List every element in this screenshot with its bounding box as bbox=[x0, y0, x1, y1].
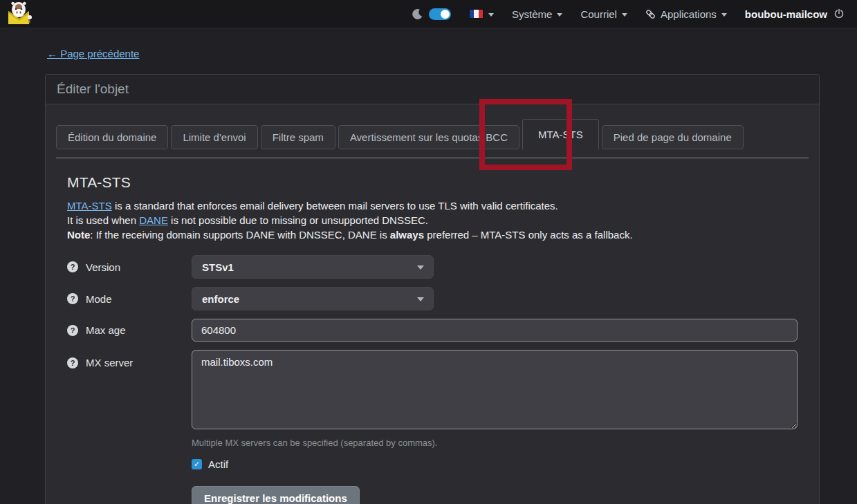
mode-row: ? Mode enforce bbox=[67, 287, 798, 310]
max-age-row: ? Max age bbox=[67, 319, 798, 342]
mode-label: Mode bbox=[86, 293, 112, 305]
version-select[interactable]: STSv1 bbox=[192, 255, 434, 279]
active-checkbox[interactable]: ✓ bbox=[192, 459, 202, 469]
mx-server-label: MX server bbox=[86, 357, 133, 368]
mode-select[interactable]: enforce bbox=[192, 287, 434, 310]
help-icon[interactable]: ? bbox=[67, 357, 78, 368]
tab-limite-envoi[interactable]: Limite d'envoi bbox=[171, 125, 257, 149]
max-age-input[interactable] bbox=[192, 319, 798, 342]
user-name: boubou-mailcow bbox=[745, 8, 827, 20]
pane-title: MTA-STS bbox=[67, 174, 798, 191]
desc-line-3: Note: If the receiving domain supports D… bbox=[67, 227, 798, 242]
dane-link[interactable]: DANE bbox=[139, 214, 168, 226]
menu-courriel[interactable]: Courriel bbox=[580, 8, 627, 20]
tab-edition-du-domaine[interactable]: Édition du domaine bbox=[56, 125, 168, 149]
language-menu[interactable] bbox=[469, 9, 494, 19]
max-age-label: Max age bbox=[86, 324, 126, 336]
mx-server-row: ? MX server mail.tiboxs.com bbox=[67, 350, 798, 429]
version-row: ? Version STSv1 bbox=[67, 255, 798, 279]
chevron-down-icon bbox=[488, 13, 494, 17]
mta-sts-link[interactable]: MTA-STS bbox=[67, 200, 112, 212]
mta-sts-description: MTA-STS is a standard that enforces emai… bbox=[67, 198, 798, 242]
moon-icon bbox=[412, 8, 423, 20]
tab-avertissement-quotas-bcc[interactable]: Avertissement sur les quotas BCC bbox=[338, 125, 519, 149]
mailcow-logo[interactable] bbox=[6, 1, 33, 27]
menu-systeme-label: Système bbox=[512, 8, 552, 20]
mta-sts-pane: MTA-STS MTA-STS is a standard that enfor… bbox=[56, 158, 809, 504]
card-body: Édition du domaine Limite d'envoi Filtre… bbox=[46, 104, 819, 504]
help-icon[interactable]: ? bbox=[67, 293, 78, 304]
help-icon[interactable]: ? bbox=[67, 325, 78, 336]
chevron-down-icon bbox=[622, 13, 627, 17]
card-title: Éditer l'objet bbox=[46, 75, 819, 104]
chevron-down-icon bbox=[417, 265, 424, 270]
active-label: Actif bbox=[208, 458, 228, 470]
back-link[interactable]: ← Page précédente bbox=[47, 48, 139, 59]
mta-sts-form: ? Version STSv1 ? Mode enforce bbox=[67, 255, 798, 504]
save-button[interactable]: Enregistrer les modifications bbox=[192, 486, 360, 504]
active-row: ✓ Actif bbox=[192, 458, 798, 470]
menu-systeme[interactable]: Système bbox=[512, 8, 562, 20]
toggle-knob bbox=[441, 10, 450, 19]
desc-line-2: It is used when DANE is not possible due… bbox=[67, 213, 798, 227]
theme-switch bbox=[412, 8, 451, 20]
menu-applications-label: Applications bbox=[661, 8, 717, 20]
menu-courriel-label: Courriel bbox=[580, 8, 617, 20]
edit-object-card: Éditer l'objet Édition du domaine Limite… bbox=[45, 74, 820, 504]
chevron-down-icon bbox=[417, 297, 424, 301]
desc-line-1: MTA-STS is a standard that enforces emai… bbox=[67, 198, 798, 213]
french-flag-icon bbox=[469, 9, 483, 19]
user-menu[interactable]: boubou-mailcow bbox=[745, 8, 845, 20]
mx-server-textarea[interactable]: mail.tiboxs.com bbox=[192, 350, 798, 429]
chevron-down-icon bbox=[721, 13, 727, 17]
tab-mta-sts[interactable]: MTA-STS bbox=[522, 119, 599, 149]
chevron-down-icon bbox=[557, 13, 562, 17]
link-icon bbox=[645, 9, 656, 19]
domain-tabs: Édition du domaine Limite d'envoi Filtre… bbox=[56, 119, 809, 149]
mailcow-logo-icon bbox=[6, 1, 33, 27]
power-icon[interactable] bbox=[833, 8, 845, 19]
version-label: Version bbox=[86, 261, 120, 273]
mx-server-hint: Multiple MX servers can be specified (se… bbox=[192, 438, 798, 448]
menu-applications[interactable]: Applications bbox=[645, 8, 727, 20]
navbar: Système Courriel Applications boubou-mai… bbox=[0, 0, 857, 28]
tab-filtre-spam[interactable]: Filtre spam bbox=[261, 125, 335, 149]
dark-mode-toggle[interactable] bbox=[429, 8, 451, 20]
tab-pied-de-page[interactable]: Pied de page du domaine bbox=[602, 125, 744, 149]
help-icon[interactable]: ? bbox=[67, 261, 78, 272]
